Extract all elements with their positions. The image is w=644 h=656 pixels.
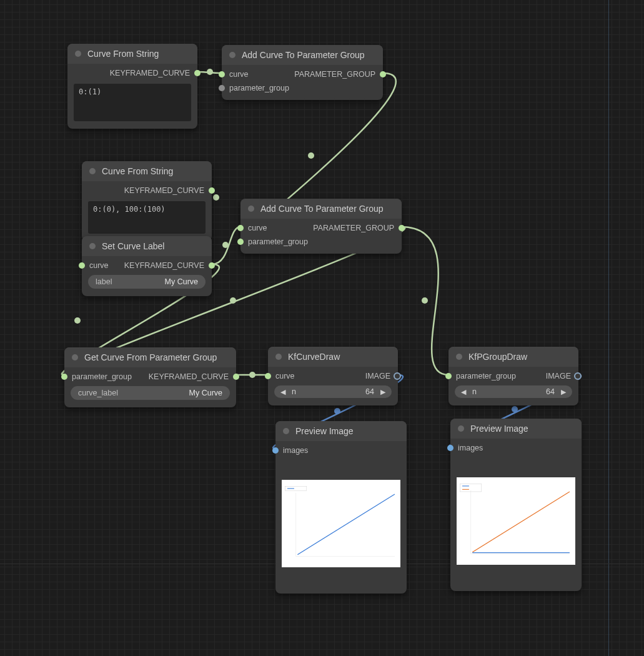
node-header[interactable]: KfPGroupDraw [448, 347, 578, 367]
output-label: KEYFRAMED_CURVE [149, 372, 229, 381]
svg-point-1 [308, 152, 314, 159]
input-socket-parameter-group[interactable] [61, 374, 67, 380]
input-socket-curve[interactable] [237, 225, 244, 231]
curve-label-field[interactable]: curve_label My Curve [71, 386, 230, 400]
increment-icon[interactable]: ▶ [558, 388, 568, 396]
node-header[interactable]: Set Curve Label [82, 236, 212, 256]
output-label: PARAMETER_GROUP [313, 224, 394, 232]
input-socket-images[interactable] [272, 447, 279, 454]
n-stepper[interactable]: ◀ n 64 ▶ [455, 385, 572, 398]
collapse-dot-icon[interactable] [89, 168, 96, 174]
node-preview-image-2[interactable]: Preview Image images [450, 419, 582, 591]
node-set-curve-label[interactable]: Set Curve Label curve KEYFRAMED_CURVE la… [82, 236, 212, 296]
node-curve-from-string-2[interactable]: Curve From String KEYFRAMED_CURVE 0:(0),… [82, 161, 212, 241]
input-label: curve [248, 224, 267, 232]
node-title: Preview Image [295, 426, 354, 436]
code-input[interactable]: 0:(1) [74, 84, 191, 121]
output-socket[interactable] [209, 187, 215, 194]
node-header[interactable]: Curve From String [67, 44, 197, 64]
collapse-dot-icon[interactable] [75, 51, 81, 57]
node-curve-from-string-1[interactable]: Curve From String KEYFRAMED_CURVE 0:(1) [67, 44, 197, 129]
svg-point-4 [230, 297, 236, 304]
node-graph-canvas[interactable]: Curve From String KEYFRAMED_CURVE 0:(1) … [0, 0, 644, 656]
input-socket-curve[interactable] [79, 262, 85, 269]
collapse-dot-icon[interactable] [72, 354, 78, 360]
node-get-curve-from-parameter-group[interactable]: Get Curve From Parameter Group parameter… [64, 347, 236, 407]
input-label: images [458, 444, 483, 452]
output-socket[interactable] [574, 372, 582, 380]
input-label: parameter_group [72, 372, 132, 381]
n-stepper[interactable]: ◀ n 64 ▶ [274, 385, 392, 398]
svg-point-2 [213, 194, 219, 201]
output-label: IMAGE [365, 372, 390, 380]
output-label: KEYFRAMED_CURVE [124, 186, 204, 195]
svg-point-3 [222, 242, 229, 248]
output-label: PARAMETER_GROUP [294, 70, 375, 79]
svg-point-8 [334, 408, 340, 414]
increment-icon[interactable]: ▶ [378, 388, 388, 396]
input-socket-parameter-group[interactable] [237, 239, 244, 245]
node-header[interactable]: Curve From String [82, 161, 212, 181]
input-label: parameter_group [248, 237, 308, 246]
input-socket-curve[interactable] [219, 71, 225, 77]
node-title: KfCurveDraw [288, 352, 340, 362]
node-add-curve-to-parameter-group-2[interactable]: Add Curve To Parameter Group curve PARAM… [240, 199, 402, 254]
stepper-label: n [472, 387, 477, 396]
collapse-dot-icon[interactable] [248, 206, 254, 212]
svg-point-0 [207, 69, 213, 75]
decrement-icon[interactable]: ◀ [458, 388, 468, 396]
input-label: parameter_group [456, 372, 516, 380]
collapse-dot-icon[interactable] [456, 354, 462, 360]
input-socket-curve[interactable] [265, 373, 271, 379]
collapse-dot-icon[interactable] [229, 52, 235, 58]
node-header[interactable]: Add Curve To Parameter Group [222, 45, 383, 65]
input-socket-parameter-group[interactable] [219, 85, 225, 91]
node-title: Curve From String [87, 49, 159, 59]
input-label: images [283, 446, 308, 455]
node-title: Add Curve To Parameter Group [242, 50, 365, 60]
node-kf-curve-draw[interactable]: KfCurveDraw curve IMAGE ◀ n 64 ▶ [268, 347, 398, 405]
node-header[interactable]: KfCurveDraw [268, 347, 398, 367]
node-kf-pgroup-draw[interactable]: KfPGroupDraw parameter_group IMAGE ◀ n 6… [448, 347, 578, 405]
node-add-curve-to-parameter-group-1[interactable]: Add Curve To Parameter Group curve PARAM… [222, 45, 383, 100]
node-preview-image-1[interactable]: Preview Image images [275, 421, 407, 594]
output-label: KEYFRAMED_CURVE [110, 69, 190, 77]
node-title: Set Curve Label [102, 241, 164, 251]
collapse-dot-icon[interactable] [283, 428, 289, 434]
code-input[interactable]: 0:(0), 100:(100) [88, 201, 206, 234]
node-title: Get Curve From Parameter Group [84, 352, 217, 362]
field-key: label [96, 277, 112, 286]
stepper-label: n [292, 387, 296, 396]
svg-rect-15 [457, 482, 575, 561]
output-socket[interactable] [209, 262, 215, 269]
collapse-dot-icon[interactable] [458, 425, 464, 432]
output-label: KEYFRAMED_CURVE [124, 261, 204, 270]
collapse-dot-icon[interactable] [275, 354, 282, 360]
output-socket[interactable] [394, 372, 401, 380]
node-header[interactable]: Add Curve To Parameter Group [240, 199, 402, 219]
field-value: My Curve [165, 277, 198, 286]
node-header[interactable]: Get Curve From Parameter Group [64, 347, 236, 367]
output-socket[interactable] [380, 71, 386, 77]
svg-point-9 [512, 406, 518, 412]
collapse-dot-icon[interactable] [89, 243, 96, 249]
input-label: parameter_group [229, 84, 289, 92]
output-socket[interactable] [233, 374, 239, 380]
input-label: curve [229, 70, 249, 79]
stepper-value: 64 [546, 387, 555, 396]
input-socket-images[interactable] [447, 445, 453, 451]
node-title: KfPGroupDraw [468, 352, 527, 362]
decrement-icon[interactable]: ◀ [278, 388, 288, 396]
input-label: curve [275, 372, 295, 380]
label-field[interactable]: label My Curve [88, 275, 206, 289]
node-header[interactable]: Preview Image [275, 421, 407, 441]
guide-line-vertical [608, 0, 609, 656]
svg-rect-10 [282, 484, 400, 564]
output-socket[interactable] [194, 70, 201, 76]
output-socket[interactable] [399, 225, 405, 231]
node-header[interactable]: Preview Image [450, 419, 582, 439]
stepper-value: 64 [365, 387, 374, 396]
input-socket-parameter-group[interactable] [445, 373, 452, 379]
node-title: Curve From String [102, 166, 173, 176]
svg-point-5 [422, 297, 428, 304]
